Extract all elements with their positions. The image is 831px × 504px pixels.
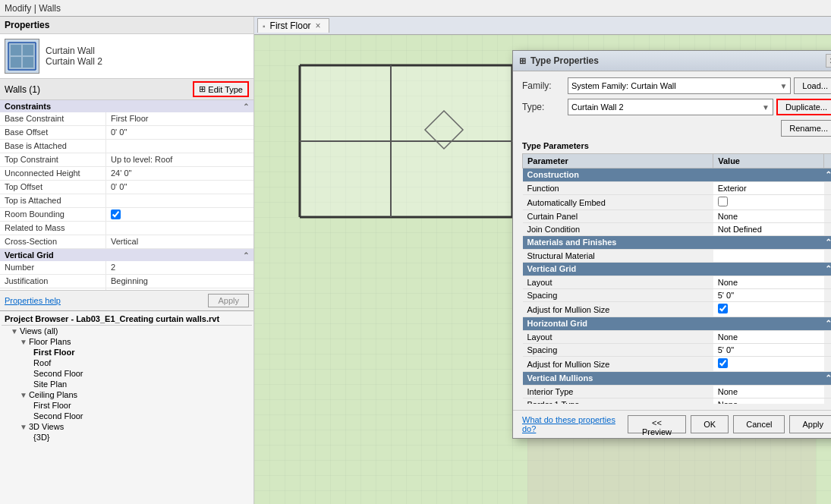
family-label: Family: (522, 80, 568, 91)
type-props-footer: What do these properties do? << Preview … (513, 410, 831, 438)
type-properties-dialog: ⊞ Type Properties × Family: System Famil… (512, 50, 831, 439)
tab-close[interactable]: × (316, 20, 321, 31)
pb-ceiling-plans[interactable]: ▼ Ceiling Plans (2, 389, 252, 400)
type-dropdown-arrow: ▼ (762, 103, 770, 112)
type-props-close-button[interactable]: × (826, 54, 831, 68)
params-tbody: Construction ⌃ FunctionExterior Automati… (523, 169, 832, 405)
svg-rect-3 (11, 57, 21, 68)
object-name: Curtain Wall Curtain Wall 2 (46, 46, 249, 67)
family-row: Family: System Family: Curtain Wall ▼ Lo… (522, 77, 831, 94)
type-props-body: Family: System Family: Curtain Wall ▼ Lo… (513, 71, 831, 410)
properties-help-link[interactable]: Properties help (5, 296, 61, 305)
walls-label: Walls (1) (5, 84, 40, 95)
col-parameter: Parameter (523, 154, 713, 169)
preview-button[interactable]: << Preview (628, 415, 687, 433)
type-params-header: Type Parameters (522, 141, 831, 150)
object-type-section: Curtain Wall Curtain Wall 2 (0, 34, 253, 79)
cancel-button[interactable]: Cancel (733, 415, 785, 433)
footer-buttons: << Preview OK Cancel Apply (628, 415, 831, 433)
tab-label: First Floor (270, 20, 311, 31)
type-row: Type: Curtain Wall 2 ▼ Duplicate... (522, 99, 831, 115)
what-link[interactable]: What do these properties do? (522, 415, 628, 433)
svg-rect-1 (11, 45, 21, 55)
props-rows: Base ConstraintFirst Floor Base Offset0'… (0, 112, 253, 249)
edit-icon: ⊞ (199, 84, 206, 94)
tab-first-floor[interactable]: ▪ First Floor × (257, 18, 329, 33)
type-props-title-bar: ⊞ Type Properties × (513, 51, 831, 71)
pb-3d[interactable]: {3D} (2, 432, 252, 443)
constraints-header: Constraints ⌃ (0, 100, 253, 112)
params-scroll-area[interactable]: Parameter Value Construction ⌃ FunctionE… (522, 153, 831, 404)
object-icon (5, 39, 39, 74)
canvas-content: ⊞ Type Properties × Family: System Famil… (254, 35, 831, 504)
project-browser: Project Browser - Lab03_E1_Creating curt… (0, 310, 253, 504)
pb-3d-views[interactable]: ▼ 3D Views (2, 421, 252, 432)
project-browser-tree: ▼ Views (all) ▼ Floor Plans First Floor … (2, 326, 252, 443)
rename-button[interactable]: Rename... (781, 120, 831, 137)
properties-header: Properties (0, 17, 253, 34)
type-dropdown[interactable]: Curtain Wall 2 ▼ (568, 99, 773, 115)
pb-first-floor[interactable]: First Floor (2, 347, 252, 358)
left-panel: Properties Curtain Wall Curtain Wal (0, 17, 254, 504)
edit-type-button[interactable]: ⊞ Edit Type (193, 81, 249, 97)
toolbar: Modify | Walls (0, 0, 831, 17)
svg-rect-2 (23, 45, 33, 55)
pb-ceiling-second-floor[interactable]: Second Floor (2, 411, 252, 421)
props-table: Constraints ⌃ Base ConstraintFirst Floor… (0, 100, 253, 290)
col-value: Value (713, 154, 824, 169)
canvas-area: ▪ First Floor × (254, 17, 831, 504)
toolbar-title: Modify | Walls (5, 3, 61, 14)
pb-views-all[interactable]: ▼ Views (all) (2, 326, 252, 336)
params-table: Parameter Value Construction ⌃ FunctionE… (522, 153, 831, 404)
tab-icon: ▪ (263, 22, 266, 30)
props-apply-button[interactable]: Apply (208, 294, 249, 307)
family-dropdown-arrow: ▼ (779, 82, 787, 90)
type-label: Type: (522, 102, 568, 112)
project-browser-header: Project Browser - Lab03_E1_Creating curt… (2, 313, 252, 326)
family-dropdown[interactable]: System Family: Curtain Wall ▼ (568, 77, 791, 94)
pb-floor-plans[interactable]: ▼ Floor Plans (2, 336, 252, 347)
apply-button[interactable]: Apply (789, 415, 831, 433)
vertical-grid-header: Vertical Grid ⌃ (0, 249, 253, 261)
pb-ceiling-first-floor[interactable]: First Floor (2, 400, 252, 411)
svg-rect-4 (23, 57, 33, 68)
pb-second-floor[interactable]: Second Floor (2, 368, 252, 379)
vertical-grid-rows: Number2 JustificationBeginning Angle0.00… (0, 261, 253, 290)
tab-bar: ▪ First Floor × (254, 17, 831, 35)
type-props-title: Type Properties (530, 55, 599, 66)
pb-roof[interactable]: Roof (2, 358, 252, 368)
type-props-icon: ⊞ (519, 56, 526, 66)
ok-button[interactable]: OK (691, 415, 729, 433)
load-button[interactable]: Load... (794, 77, 831, 94)
pb-site-plan[interactable]: Site Plan (2, 379, 252, 389)
props-footer: Properties help Apply (0, 290, 253, 310)
duplicate-button[interactable]: Duplicate... (776, 99, 831, 115)
walls-row: Walls (1) ⊞ Edit Type (0, 79, 253, 100)
